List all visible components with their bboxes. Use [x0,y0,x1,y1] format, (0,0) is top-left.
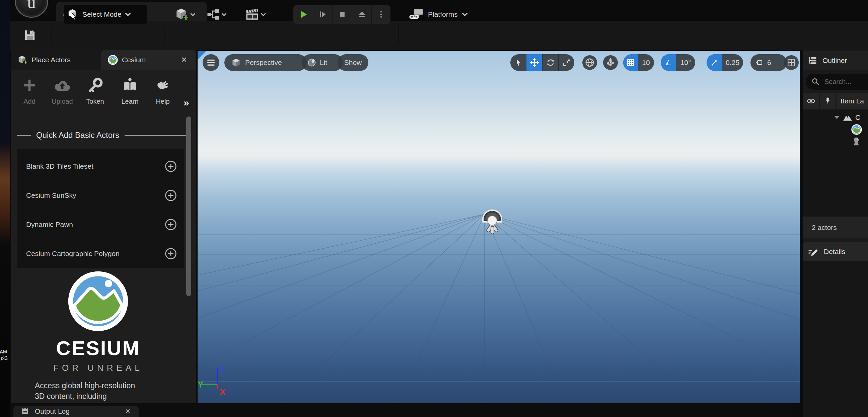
outliner-search-input[interactable]: Search... [806,74,868,90]
tree-row-level-root[interactable]: C [803,111,868,124]
tab-cesium[interactable]: Cesium ✕ [101,50,196,70]
left-panel-scrollbar[interactable] [186,117,191,296]
chevron-down-icon [462,12,468,17]
close-output-log-icon[interactable]: ✕ [125,407,131,415]
tree-row-cesium-actor[interactable] [803,124,868,135]
skylight-actor-sprite[interactable] [481,207,503,235]
token-key-icon [79,75,111,96]
add-circle-plus-icon[interactable] [165,189,177,201]
details-pencil-icon [808,247,819,257]
play-icon [298,9,309,20]
eject-button[interactable] [352,5,372,24]
add-circle-plus-icon[interactable] [165,248,177,260]
add-circle-plus-icon[interactable] [165,160,177,172]
lit-dropdown[interactable]: Lit [302,54,343,71]
camera-speed-control[interactable]: 6 [750,54,787,71]
perspective-dropdown[interactable]: Perspective [224,54,307,71]
lit-sphere-icon [307,58,316,67]
tab-details[interactable]: Details [803,242,868,261]
tab-place-actors[interactable]: Place Actors [11,50,101,70]
level-viewport[interactable]: Perspective Lit Show [197,51,800,403]
desktop-wallpaper-glow [0,144,10,244]
world-coordinate-button[interactable] [582,55,597,70]
quick-add-section-header: Quick Add Basic Actors [17,130,188,140]
expander-chevron-icon[interactable] [833,115,841,120]
grid-snap-value[interactable]: 10 [638,54,654,71]
camera-speed-value: 6 [767,59,771,67]
axis-y-label: Y [197,380,203,390]
scale-snap-control[interactable]: 0.25 [707,54,743,71]
rotation-snap-value[interactable]: 10° [676,54,695,71]
play-options-kebab-button[interactable] [372,5,391,24]
outliner-header[interactable]: Outliner [803,51,868,70]
tree-row-pawn-actor[interactable] [803,135,868,148]
stop-button[interactable] [333,5,352,24]
select-tool-button[interactable] [510,54,526,71]
move-tool-button[interactable] [526,54,542,71]
scale-snap-value[interactable]: 0.25 [722,54,743,71]
axis-x-label: X [220,387,226,397]
pin-column-header[interactable] [820,93,836,109]
desktop-background: 0 AM 2/2023 [0,0,10,417]
chevron-down-icon [190,13,195,17]
token-button[interactable]: Token [79,75,111,105]
add-circle-plus-icon[interactable] [165,219,177,231]
axis-gizmo: Z Y X [197,357,244,403]
rotation-snap-toggle[interactable] [661,54,676,71]
learn-button[interactable]: Learn [114,75,146,105]
grid-snap-toggle[interactable] [623,54,638,71]
desktop-clock-date: 2/2023 [0,355,8,363]
rotation-snap-control[interactable]: 10° [661,54,695,71]
play-button[interactable] [293,5,313,24]
angle-snap-icon [664,59,673,67]
viewport-layout-button[interactable] [784,55,799,70]
cinematics-button[interactable] [243,7,269,22]
blueprints-button[interactable] [204,7,229,22]
item-label-column-header[interactable]: Item La [837,93,868,109]
cesium-brand-title: CESIUM [11,337,186,360]
save-button[interactable] [22,28,37,42]
outliner-icon [808,56,818,65]
frame-skip-button[interactable] [313,5,333,24]
unreal-editor-screen: 0 AM 2/2023 u CesiumSampleLevel [0,0,868,417]
cinematics-clapperboard-icon [245,7,259,22]
surface-snapping-button[interactable] [603,55,618,70]
quick-add-section-title: Quick Add Basic Actors [36,130,119,140]
move-icon [530,58,539,67]
upload-button[interactable]: Upload [46,75,79,105]
toolbar-separator [164,26,164,45]
eject-icon [357,9,367,20]
tab-output-log[interactable]: Output Log ✕ [13,406,138,417]
close-tab-icon[interactable]: ✕ [181,56,189,64]
outliner-column-headers: Item La [803,93,868,109]
select-arrow-icon [515,58,522,67]
rotate-tool-button[interactable] [542,54,559,71]
toolbar-separator [399,26,399,45]
help-button[interactable]: Help [147,75,179,105]
play-controls-group [293,5,391,24]
cesium-actions-row: Add Upload [11,70,196,118]
list-item-blank-3d-tiles-tileset: Blank 3D Tiles Tileset [17,152,184,181]
add-actor-button[interactable] [173,7,197,22]
add-actor-cube-icon [175,7,189,22]
save-icon [23,28,36,42]
show-dropdown[interactable]: Show [338,54,368,71]
add-button[interactable]: Add [13,75,45,105]
place-actors-icon [18,55,27,65]
kebab-menu-icon [377,9,385,20]
search-placeholder: Search... [825,78,851,86]
scale-snap-toggle[interactable] [707,54,722,71]
select-mode-dropdown[interactable]: Select Mode [64,5,147,24]
left-panel-tabbar: Place Actors Cesium ✕ [11,50,196,70]
actions-overflow-chevrons[interactable]: » [184,97,188,108]
platforms-dropdown[interactable]: Platforms [406,5,471,24]
eye-icon [806,97,816,105]
viewport-layout-grid-icon [787,58,796,67]
chevron-down-icon [221,13,227,17]
grid-snap-control[interactable]: 10 [623,54,654,71]
editor-window: u CesiumSampleLevel Select Mode [10,0,868,417]
viewport-menu-button[interactable] [203,54,219,71]
cesium-logo [68,271,129,332]
blueprints-icon [207,8,220,21]
visibility-column-header[interactable] [803,93,819,109]
